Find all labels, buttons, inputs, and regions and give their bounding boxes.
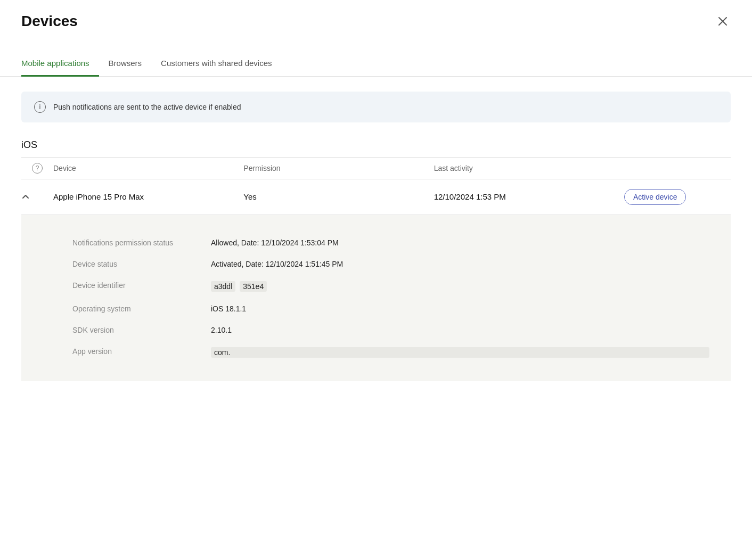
device-status-value: Activated, Date: 12/10/2024 1:51:45 PM xyxy=(211,260,709,268)
notifications-permission-label: Notifications permission status xyxy=(72,238,211,247)
device-detail-panel: Notifications permission status Allowed,… xyxy=(21,215,731,381)
info-icon: i xyxy=(34,101,46,113)
modal-title: Devices xyxy=(21,13,78,30)
header-device: Device xyxy=(53,164,243,172)
help-icon-wrapper: ? xyxy=(21,163,53,174)
tab-browsers[interactable]: Browsers xyxy=(99,53,152,77)
notifications-permission-value: Allowed, Date: 12/10/2024 1:53:04 PM xyxy=(211,238,709,247)
device-name: Apple iPhone 15 Pro Max xyxy=(53,192,243,201)
os-label: Operating system xyxy=(72,304,211,313)
header-last-activity: Last activity xyxy=(434,164,624,172)
header-permission: Permission xyxy=(243,164,434,172)
sdk-version-label: SDK version xyxy=(72,326,211,334)
tab-shared-devices[interactable]: Customers with shared devices xyxy=(151,53,281,77)
detail-row-device-identifier: Device identifier a3ddl 351e4 xyxy=(72,275,709,298)
detail-row-device-status: Device status Activated, Date: 12/10/202… xyxy=(72,253,709,275)
app-version-value: com. xyxy=(211,347,709,358)
device-status-label: Device status xyxy=(72,260,211,268)
devices-modal: Devices Mobile applications Browsers Cus… xyxy=(0,0,752,560)
device-identifier-value-start: a3ddl xyxy=(211,281,235,292)
table-row: Apple iPhone 15 Pro Max Yes 12/10/2024 1… xyxy=(21,179,731,381)
table-header: ? Device Permission Last activity xyxy=(21,158,731,179)
sdk-version-value: 2.10.1 xyxy=(211,326,709,334)
tabs-bar: Mobile applications Browsers Customers w… xyxy=(0,40,752,77)
main-content: i Push notifications are sent to the act… xyxy=(0,77,752,402)
app-version-label: App version xyxy=(72,347,211,356)
detail-row-notifications: Notifications permission status Allowed,… xyxy=(72,232,709,253)
device-last-activity: 12/10/2024 1:53 PM xyxy=(434,192,624,201)
active-badge-wrapper: Active device xyxy=(624,189,731,205)
device-permission: Yes xyxy=(243,192,434,201)
detail-row-app-version: App version com. xyxy=(72,341,709,364)
device-identifier-values: a3ddl 351e4 xyxy=(211,281,709,292)
tab-mobile-applications[interactable]: Mobile applications xyxy=(21,53,99,77)
detail-row-os: Operating system iOS 18.1.1 xyxy=(72,298,709,319)
ios-section-title: iOS xyxy=(21,139,731,151)
ios-section: iOS ? Device Permission Last activity xyxy=(21,139,731,381)
info-banner-text: Push notifications are sent to the activ… xyxy=(53,103,241,111)
detail-row-sdk: SDK version 2.10.1 xyxy=(72,319,709,341)
device-identifier-label: Device identifier xyxy=(72,281,211,290)
device-identifier-value-end: 351e4 xyxy=(240,281,267,292)
collapse-button[interactable] xyxy=(21,193,30,201)
os-value: iOS 18.1.1 xyxy=(211,304,709,313)
device-row-iphone: Apple iPhone 15 Pro Max Yes 12/10/2024 1… xyxy=(21,179,731,215)
info-banner: i Push notifications are sent to the act… xyxy=(21,92,731,122)
active-device-badge: Active device xyxy=(624,189,686,205)
modal-header: Devices xyxy=(0,0,752,30)
help-icon: ? xyxy=(32,163,43,174)
expand-button-wrapper[interactable] xyxy=(21,193,53,201)
close-button[interactable] xyxy=(715,13,731,29)
